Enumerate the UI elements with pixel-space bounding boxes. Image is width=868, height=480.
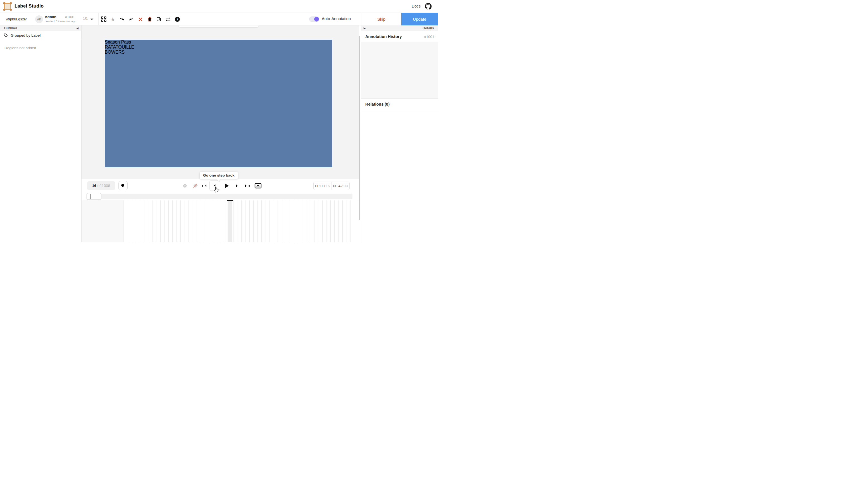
divider <box>361 111 438 111</box>
collapse-left-icon[interactable]: ◀ <box>76 27 79 30</box>
trash-icon[interactable] <box>147 17 153 22</box>
vertical-scrollbar[interactable] <box>359 36 360 220</box>
keyframe-interpolation-button[interactable] <box>190 179 200 193</box>
annotator-name: Admin <box>45 15 56 19</box>
task-id-label[interactable]: #9pb8Lgs2iv <box>0 13 33 25</box>
info-icon[interactable]: i <box>175 17 180 22</box>
grid-view-icon[interactable] <box>101 17 106 22</box>
frame-current[interactable]: 16 <box>92 184 96 188</box>
seek-position-caret <box>91 194 91 199</box>
app-title: Label Studio <box>14 3 43 9</box>
timeline-playhead-column[interactable] <box>227 200 232 242</box>
mouse-cursor <box>213 186 219 193</box>
collapse-right-icon[interactable]: ▶ <box>364 27 366 30</box>
time-current[interactable]: 00:00:16 <box>314 182 332 190</box>
tooltip: Go one step back <box>200 172 238 179</box>
step-forward-button[interactable] <box>232 179 241 193</box>
relations-icon[interactable] <box>165 17 171 22</box>
timeline-frame-columns[interactable] <box>124 200 352 242</box>
skip-button[interactable]: Skip <box>361 13 401 25</box>
avatar[interactable]: AD <box>35 16 43 23</box>
annotation-history-title: Annotation History <box>365 34 402 39</box>
video-frame[interactable]: Season Pass RATATOUILLEBOWERS <box>105 40 332 167</box>
outliner-panel: Outliner ◀ Grouped by Label Regions not … <box>0 25 82 242</box>
badge-line2: Pass <box>121 40 131 44</box>
floating-toolbar-edge <box>179 25 258 27</box>
group-by-label-text: Grouped by Label <box>10 33 40 37</box>
video-season-pass-badge: Season Pass RATATOUILLEBOWERS <box>105 40 134 55</box>
docs-link[interactable]: Docs <box>412 4 421 8</box>
seek-track[interactable] <box>87 193 352 199</box>
group-by-label-selector[interactable]: Grouped by Label <box>0 31 81 40</box>
redo-icon[interactable] <box>128 17 134 22</box>
reject-icon[interactable] <box>138 17 143 22</box>
frame-counter[interactable]: 16 of 1008 <box>87 181 115 190</box>
duplicate-icon[interactable] <box>156 17 162 22</box>
prev-keyframe-button[interactable] <box>200 179 210 193</box>
timeline-playhead-marker[interactable] <box>227 200 232 201</box>
tag-icon <box>4 33 8 38</box>
badge-line1: Season <box>105 40 120 44</box>
annotation-pager: 1/1 <box>83 17 88 21</box>
divider <box>361 98 438 99</box>
details-panel: ▶ Details Annotation History #1001 Relat… <box>361 25 438 242</box>
auto-annotation-toggle[interactable] <box>309 17 319 22</box>
github-icon[interactable] <box>425 3 432 10</box>
annotation-workspace: Season Pass RATATOUILLEBOWERS Go one ste… <box>82 25 359 242</box>
seek-row <box>82 193 359 200</box>
auto-annotation-label: Auto-Annotation <box>322 17 351 21</box>
time-total[interactable]: 00:42:00 <box>332 182 350 190</box>
time-display: 00:00:16 00:42:00 <box>313 182 350 190</box>
details-header: ▶ Details <box>361 25 438 31</box>
video-controls: 16 of 1008 <box>82 179 359 193</box>
outliner-title: Outliner <box>4 26 17 30</box>
frames-timeline[interactable] <box>82 200 359 242</box>
annotation-created: created, 19 minutes ago <box>45 20 76 23</box>
timeline-label-gutter <box>82 200 124 242</box>
undo-icon[interactable] <box>119 17 125 22</box>
regions-empty-text: Regions not added <box>0 40 81 50</box>
play-button[interactable] <box>221 179 232 193</box>
keyframe-add-button[interactable] <box>181 179 189 193</box>
divider <box>98 13 99 25</box>
toggle-knob <box>314 17 319 22</box>
frame-total: 1008 <box>102 184 110 188</box>
star-icon[interactable]: ★ <box>110 17 116 22</box>
relations-title: Relations (0) <box>365 102 390 107</box>
annotation-toolbar: #9pb8Lgs2iv AD Admin #1001 created, 19 m… <box>0 13 438 25</box>
outliner-header: Outliner ◀ <box>0 25 81 31</box>
annotation-history-row: Annotation History #1001 <box>361 31 438 39</box>
update-button[interactable]: Update <box>401 13 438 25</box>
details-title: Details <box>423 26 434 30</box>
app-header: Label Studio Docs <box>0 0 438 13</box>
divider <box>33 13 33 25</box>
label-studio-logo-icon[interactable] <box>4 3 11 10</box>
chevron-down-icon[interactable] <box>89 17 94 22</box>
annotation-history-id: #1001 <box>424 35 434 39</box>
annotation-id: #1001 <box>65 15 75 19</box>
annotation-history-panel <box>361 42 438 98</box>
zoom-in-button[interactable] <box>118 181 128 190</box>
frames-config-button[interactable] <box>252 179 264 193</box>
video-stage: Season Pass RATATOUILLEBOWERS Go one ste… <box>82 25 359 179</box>
next-keyframe-button[interactable] <box>242 179 251 193</box>
seek-handle[interactable] <box>87 193 101 200</box>
